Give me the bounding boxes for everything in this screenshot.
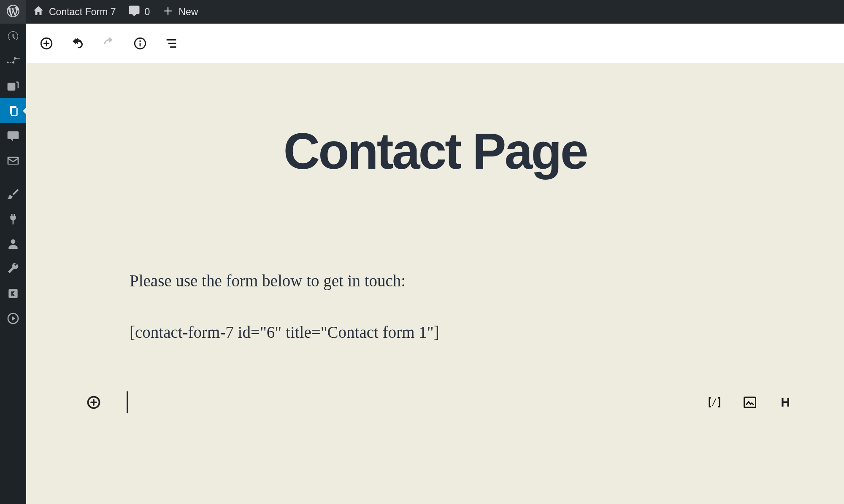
comments-count-label: 0	[145, 6, 150, 18]
menu-media[interactable]	[0, 73, 26, 98]
media-icon	[6, 79, 20, 93]
admin-sidemenu	[0, 24, 26, 504]
redo-button	[99, 33, 119, 54]
shortcode-block[interactable]: [contact-form-7 id="6" title="Contact fo…	[130, 323, 793, 342]
home-icon	[32, 5, 45, 19]
undo-icon	[70, 36, 85, 51]
post-body: Please use the form below to get in touc…	[130, 270, 793, 342]
plus-circle-icon	[39, 36, 54, 51]
menu-posts[interactable]	[0, 49, 26, 73]
new-content-menu[interactable]: New	[156, 0, 204, 24]
post-title[interactable]: Contact Page	[26, 126, 844, 176]
menu-pages[interactable]	[0, 98, 26, 123]
user-icon	[6, 237, 20, 251]
comment-icon	[128, 5, 141, 19]
menu-appearance[interactable]	[0, 181, 26, 206]
svg-point-4	[139, 40, 141, 42]
menu-plugins[interactable]	[0, 206, 26, 231]
svg-rect-5	[140, 43, 141, 46]
wordpress-icon	[6, 4, 20, 20]
editor-canvas[interactable]: Contact Page Please use the form below t…	[26, 63, 844, 504]
wrench-icon	[6, 262, 20, 275]
menu-users[interactable]	[0, 231, 26, 256]
image-icon	[742, 395, 757, 410]
menu-settings-arrow[interactable]	[0, 281, 26, 306]
menu-comments[interactable]	[0, 123, 26, 148]
plug-icon	[6, 212, 20, 226]
quick-inserter: H	[706, 394, 793, 410]
plus-circle-icon	[86, 395, 101, 410]
brush-icon	[6, 187, 20, 201]
svg-rect-0	[8, 289, 17, 298]
editor-wrapper: Contact Page Please use the form below t…	[26, 24, 844, 504]
info-icon	[133, 36, 147, 51]
paragraph-block[interactable]: Please use the form below to get in touc…	[130, 270, 793, 292]
new-label: New	[179, 6, 198, 18]
outline-icon	[164, 36, 179, 51]
image-quick-button[interactable]	[742, 394, 758, 410]
settings-arrow-icon	[6, 287, 20, 300]
redo-icon	[102, 36, 116, 51]
editor-toolbar	[26, 24, 844, 63]
block-inserter-row: H	[85, 390, 793, 415]
shortcode-icon	[707, 395, 722, 410]
wordpress-logo[interactable]	[0, 0, 26, 24]
site-menu[interactable]: Contact Form 7	[26, 0, 122, 24]
admin-toolbar: Contact Form 7 0 New	[0, 0, 844, 24]
plus-icon	[162, 5, 174, 19]
pages-icon	[6, 104, 20, 118]
menu-contact[interactable]	[0, 148, 26, 173]
menu-dashboard[interactable]	[0, 24, 26, 49]
text-caret	[127, 391, 128, 413]
menu-tools[interactable]	[0, 256, 26, 281]
shortcode-quick-button[interactable]	[706, 394, 722, 410]
dashboard-icon	[6, 30, 20, 43]
site-name-label: Contact Form 7	[49, 6, 116, 18]
undo-button[interactable]	[68, 33, 88, 54]
menu-collapse[interactable]	[0, 306, 26, 331]
mail-icon	[6, 154, 20, 167]
info-button[interactable]	[130, 33, 150, 54]
heading-quick-button[interactable]: H	[777, 394, 793, 410]
comment-bubble-icon	[6, 129, 20, 143]
inline-add-block-button[interactable]	[85, 394, 102, 411]
outline-button[interactable]	[161, 33, 181, 54]
pin-icon	[6, 54, 20, 68]
play-circle-icon	[6, 312, 20, 325]
comments-menu[interactable]: 0	[122, 0, 156, 24]
add-block-button[interactable]	[36, 33, 57, 54]
